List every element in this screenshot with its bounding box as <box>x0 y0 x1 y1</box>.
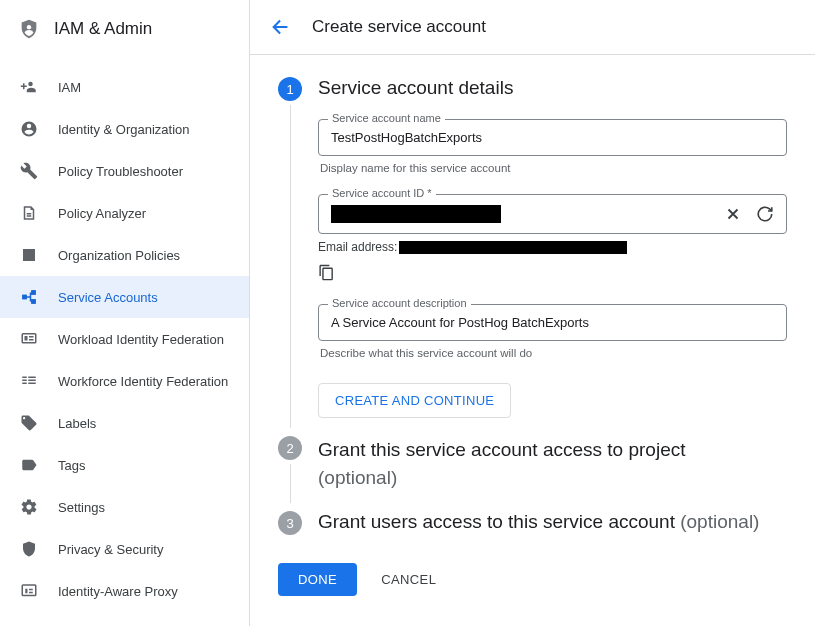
policy-analyzer-icon <box>20 204 38 222</box>
nav-item-labels[interactable]: Labels <box>0 402 249 444</box>
tag-icon <box>20 414 38 432</box>
svg-rect-8 <box>29 339 34 341</box>
id-label: Service account ID * <box>328 187 436 199</box>
back-button[interactable] <box>270 16 292 38</box>
nav-label: Policy Analyzer <box>58 206 146 221</box>
svg-rect-14 <box>28 383 36 385</box>
svg-rect-10 <box>22 380 27 382</box>
nav-label: Policy Troubleshooter <box>58 164 183 179</box>
workforce-icon <box>20 372 38 390</box>
step-3: 3 Grant users access to this service acc… <box>278 511 787 545</box>
main-header: Create service account <box>250 0 815 55</box>
wrench-icon <box>20 162 38 180</box>
iam-product-icon <box>18 18 40 40</box>
email-prefix: Email address: <box>318 240 397 254</box>
nav-item-service-accounts[interactable]: Service Accounts <box>0 276 249 318</box>
done-button[interactable]: DONE <box>278 563 357 596</box>
nav-item-policy-analyzer[interactable]: Policy Analyzer <box>0 192 249 234</box>
service-account-icon <box>20 288 38 306</box>
main-content: Create service account 1 Service account… <box>250 0 815 626</box>
nav-label: Labels <box>58 416 96 431</box>
nav-label: Organization Policies <box>58 248 180 263</box>
step-3-title[interactable]: Grant users access to this service accou… <box>318 511 787 533</box>
gear-icon <box>20 498 38 516</box>
clear-icon[interactable] <box>724 205 742 223</box>
nav-label: Settings <box>58 500 105 515</box>
nav-label: IAM <box>58 80 81 95</box>
name-label: Service account name <box>328 112 445 124</box>
svg-rect-12 <box>28 377 36 379</box>
nav-label: Identity & Organization <box>58 122 190 137</box>
service-account-desc-input[interactable] <box>331 315 774 330</box>
svg-rect-5 <box>22 334 36 343</box>
nav-item-iam[interactable]: IAM <box>0 66 249 108</box>
step-3-badge: 3 <box>278 511 302 535</box>
nav-item-org-policies[interactable]: Organization Policies <box>0 234 249 276</box>
person-add-icon <box>20 78 38 96</box>
nav-item-policy-troubleshooter[interactable]: Policy Troubleshooter <box>0 150 249 192</box>
page-title: Create service account <box>312 17 486 37</box>
nav-item-workload-identity[interactable]: Workload Identity Federation <box>0 318 249 360</box>
svg-point-0 <box>27 25 31 29</box>
workload-icon <box>20 330 38 348</box>
service-account-name-input[interactable] <box>331 130 774 145</box>
nav-label: Workforce Identity Federation <box>58 374 228 389</box>
nav-label: Workload Identity Federation <box>58 332 224 347</box>
email-value-redacted <box>399 241 627 254</box>
service-account-name-field: Service account name <box>318 119 787 156</box>
nav-item-identity-org[interactable]: Identity & Organization <box>0 108 249 150</box>
step-1: 1 Service account details Service accoun… <box>278 77 787 428</box>
shield-icon <box>20 540 38 558</box>
step-2-title[interactable]: Grant this service account access to pro… <box>318 436 787 491</box>
nav-item-privacy-security[interactable]: Privacy & Security <box>0 528 249 570</box>
create-and-continue-button[interactable]: CREATE AND CONTINUE <box>318 383 511 418</box>
step-1-badge: 1 <box>278 77 302 101</box>
svg-rect-7 <box>29 336 34 338</box>
copy-icon[interactable] <box>318 264 335 281</box>
cancel-button[interactable]: CANCEL <box>381 572 436 587</box>
step-2: 2 Grant this service account access to p… <box>278 436 787 503</box>
name-helper: Display name for this service account <box>318 162 787 174</box>
sidebar: IAM & Admin IAM Identity & Organization … <box>0 0 250 626</box>
id-value-redacted[interactable] <box>331 205 501 223</box>
nav-item-settings[interactable]: Settings <box>0 486 249 528</box>
nav-item-iap[interactable]: Identity-Aware Proxy <box>0 570 249 612</box>
svg-rect-13 <box>28 380 36 382</box>
svg-rect-4 <box>31 299 36 304</box>
sidebar-header: IAM & Admin <box>0 0 249 58</box>
svg-rect-11 <box>22 383 27 385</box>
account-circle-icon <box>20 120 38 138</box>
wizard: 1 Service account details Service accoun… <box>250 55 815 626</box>
svg-point-1 <box>28 82 33 87</box>
email-address-row: Email address: <box>318 240 787 254</box>
service-account-desc-field: Service account description <box>318 304 787 341</box>
svg-rect-2 <box>22 295 27 300</box>
iap-icon <box>20 582 38 600</box>
step-2-badge: 2 <box>278 436 302 460</box>
desc-helper: Describe what this service account will … <box>318 347 787 359</box>
service-account-id-field: Service account ID * <box>318 194 787 234</box>
sidebar-title: IAM & Admin <box>54 19 152 39</box>
list-box-icon <box>20 246 38 264</box>
svg-rect-3 <box>31 290 36 295</box>
svg-rect-9 <box>22 377 27 379</box>
nav-label: Tags <box>58 458 85 473</box>
svg-rect-6 <box>25 336 28 341</box>
footer-actions: DONE CANCEL <box>278 563 787 596</box>
nav-label: Privacy & Security <box>58 542 163 557</box>
nav-item-workforce-identity[interactable]: Workforce Identity Federation <box>0 360 249 402</box>
nav-label: Identity-Aware Proxy <box>58 584 178 599</box>
nav-item-tags[interactable]: Tags <box>0 444 249 486</box>
label-icon <box>20 456 38 474</box>
desc-label: Service account description <box>328 297 471 309</box>
sidebar-nav: IAM Identity & Organization Policy Troub… <box>0 58 249 626</box>
nav-label: Service Accounts <box>58 290 158 305</box>
step-1-title: Service account details <box>318 77 787 99</box>
refresh-icon[interactable] <box>756 205 774 223</box>
nav-item-roles[interactable]: Roles <box>0 612 249 626</box>
